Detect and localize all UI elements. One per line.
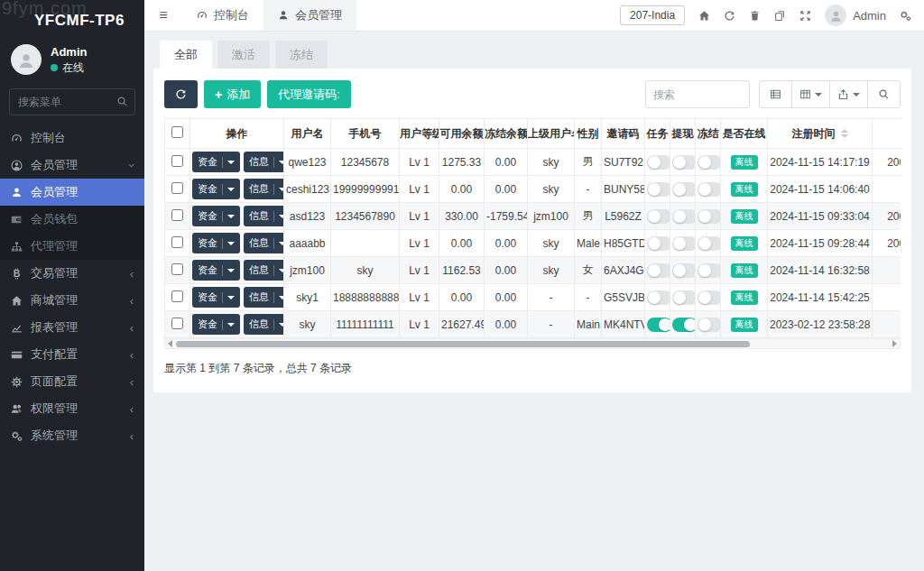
refresh-icon[interactable] bbox=[724, 10, 735, 22]
sidebar-item-transaction[interactable]: 交易管理‹ bbox=[0, 260, 144, 287]
tab-frozen[interactable]: 冻结 bbox=[275, 41, 328, 69]
withdraw-toggle[interactable] bbox=[672, 209, 696, 224]
available-balance-cell: 1275.33 bbox=[439, 149, 485, 176]
withdraw-toggle[interactable] bbox=[672, 290, 696, 305]
topbar-tab-dashboard[interactable]: 控制台 bbox=[182, 0, 263, 31]
task-toggle[interactable] bbox=[647, 236, 670, 251]
refresh-button[interactable] bbox=[164, 80, 198, 108]
freeze-toggle[interactable] bbox=[698, 290, 721, 305]
home-icon[interactable] bbox=[698, 10, 710, 22]
funds-dropdown-button[interactable]: 资金 bbox=[192, 152, 240, 172]
sidebar-item-member-list[interactable]: 会员管理 bbox=[0, 179, 144, 206]
sidebar-menu: 控制台 会员管理› 会员管理 会员钱包 代理管理 交易管理‹ 商城管理‹ 报表管… bbox=[0, 124, 144, 449]
available-balance-cell: 330.00 bbox=[439, 203, 485, 230]
available-balance-cell: 0.00 bbox=[439, 230, 485, 257]
app-window: 9fym.com YFCMF-TP6 Admin 在线 控制台 会员管理› 会员… bbox=[0, 0, 924, 571]
phone-cell: 12345678 bbox=[331, 149, 400, 176]
admin-menu[interactable]: Admin bbox=[825, 5, 886, 26]
info-dropdown-button[interactable]: 信息 bbox=[244, 314, 284, 335]
info-dropdown-button[interactable]: 信息 bbox=[244, 152, 284, 172]
username-cell: asd123 bbox=[284, 203, 331, 230]
col-header-invite: 邀请码 bbox=[602, 119, 645, 149]
task-toggle[interactable] bbox=[647, 263, 670, 278]
freeze-toggle[interactable] bbox=[698, 182, 721, 197]
sidebar-item-dashboard[interactable]: 控制台 bbox=[0, 124, 144, 152]
search-button[interactable] bbox=[867, 80, 901, 108]
row-checkbox[interactable] bbox=[171, 236, 183, 248]
sidebar-item-reports[interactable]: 报表管理‹ bbox=[0, 314, 144, 341]
card-view-toggle-button[interactable] bbox=[759, 80, 792, 108]
sidebar-item-member-management[interactable]: 会员管理› bbox=[0, 152, 144, 179]
cogs-icon bbox=[11, 430, 23, 442]
info-dropdown-button[interactable]: 信息 bbox=[244, 287, 284, 308]
freeze-toggle[interactable] bbox=[698, 155, 721, 170]
sort-icon[interactable] bbox=[841, 129, 848, 138]
funds-dropdown-button[interactable]: 资金 bbox=[192, 260, 240, 281]
tab-active[interactable]: 激活 bbox=[217, 41, 270, 69]
sidebar-item-agent-management[interactable]: 代理管理 bbox=[0, 233, 144, 260]
sidebar-item-mall[interactable]: 商城管理‹ bbox=[0, 287, 144, 314]
caret-down-icon bbox=[227, 215, 235, 218]
sidebar-item-member-wallet[interactable]: 会员钱包 bbox=[0, 206, 144, 233]
task-toggle[interactable] bbox=[647, 318, 670, 332]
sidebar-item-payment-config[interactable]: 支付配置‹ bbox=[0, 341, 144, 368]
task-toggle[interactable] bbox=[647, 290, 670, 305]
row-checkbox[interactable] bbox=[171, 209, 183, 221]
sidebar-item-permissions[interactable]: 权限管理‹ bbox=[0, 395, 144, 422]
freeze-toggle[interactable] bbox=[698, 236, 721, 251]
cogs-icon[interactable] bbox=[900, 10, 911, 22]
select-all-checkbox[interactable] bbox=[171, 126, 183, 138]
freeze-toggle[interactable] bbox=[698, 263, 721, 278]
scrollbar-thumb[interactable] bbox=[176, 341, 750, 347]
menu-icon[interactable]: ≡ bbox=[144, 0, 182, 31]
chevron-left-icon: ‹ bbox=[130, 268, 134, 280]
funds-dropdown-button[interactable]: 资金 bbox=[192, 206, 240, 226]
task-toggle[interactable] bbox=[647, 182, 670, 197]
freeze-toggle[interactable] bbox=[698, 318, 721, 332]
info-dropdown-button[interactable]: 信息 bbox=[244, 179, 284, 199]
info-dropdown-button[interactable]: 信息 bbox=[244, 233, 284, 253]
funds-dropdown-button[interactable]: 资金 bbox=[192, 314, 240, 335]
register-time-cell: 2024-11-15 14:06:40 bbox=[768, 176, 873, 203]
register-time-cell: 2024-11-15 09:33:04 bbox=[768, 203, 873, 230]
funds-dropdown-button[interactable]: 资金 bbox=[192, 233, 240, 253]
export-button[interactable] bbox=[829, 80, 868, 108]
info-dropdown-button[interactable]: 信息 bbox=[244, 260, 284, 281]
row-checkbox[interactable] bbox=[171, 290, 183, 302]
row-checkbox[interactable] bbox=[171, 155, 183, 167]
fullscreen-icon[interactable] bbox=[799, 10, 811, 22]
sidebar-item-system[interactable]: 系统管理‹ bbox=[0, 422, 144, 449]
funds-dropdown-button[interactable]: 资金 bbox=[192, 179, 240, 199]
add-button[interactable]: +添加 bbox=[204, 80, 261, 108]
info-dropdown-button[interactable]: 信息 bbox=[244, 206, 284, 226]
table-toolbar: +添加 代理邀请码: bbox=[164, 80, 901, 108]
row-checkbox[interactable] bbox=[171, 263, 183, 275]
tab-all[interactable]: 全部 bbox=[160, 41, 212, 69]
topbar-tab-member-management[interactable]: 会员管理 bbox=[263, 0, 356, 31]
withdraw-toggle[interactable] bbox=[672, 236, 696, 251]
columns-button[interactable] bbox=[791, 80, 830, 108]
parent-user-cell: - bbox=[528, 311, 575, 338]
caret-down-icon bbox=[227, 242, 235, 245]
col-header-regtime[interactable]: 注册时间 bbox=[768, 119, 873, 149]
site-selector-button[interactable]: 207-India bbox=[620, 5, 685, 25]
scroll-left-arrow[interactable] bbox=[168, 340, 172, 347]
trash-icon[interactable] bbox=[749, 10, 761, 22]
task-toggle[interactable] bbox=[647, 209, 670, 224]
withdraw-toggle[interactable] bbox=[672, 263, 696, 278]
copy-icon[interactable] bbox=[774, 10, 786, 22]
row-checkbox[interactable] bbox=[171, 318, 183, 329]
withdraw-toggle[interactable] bbox=[672, 155, 696, 170]
scroll-right-arrow[interactable] bbox=[892, 340, 897, 347]
withdraw-toggle[interactable] bbox=[672, 182, 696, 197]
freeze-toggle[interactable] bbox=[698, 209, 721, 224]
sidebar-item-page-config[interactable]: 页面配置‹ bbox=[0, 368, 144, 395]
row-checkbox[interactable] bbox=[171, 182, 183, 194]
agent-invite-code-button[interactable]: 代理邀请码: bbox=[267, 80, 351, 108]
withdraw-toggle[interactable] bbox=[672, 318, 696, 332]
funds-dropdown-button[interactable]: 资金 bbox=[192, 287, 240, 308]
table-search-input[interactable] bbox=[645, 80, 750, 108]
horizontal-scrollbar[interactable] bbox=[164, 338, 901, 349]
select-cell bbox=[165, 284, 190, 311]
task-toggle[interactable] bbox=[647, 155, 670, 170]
